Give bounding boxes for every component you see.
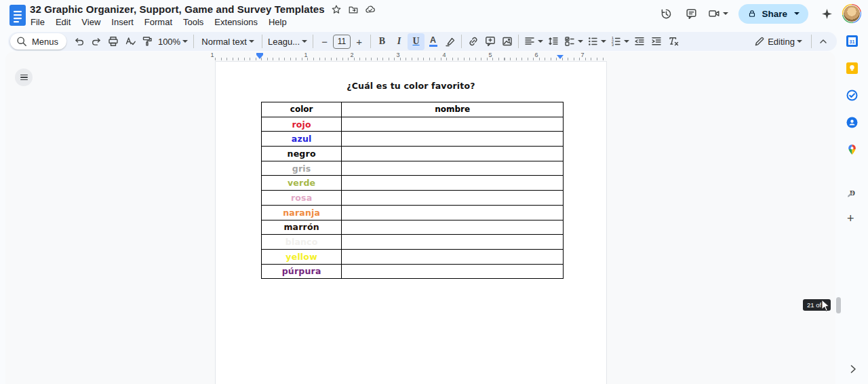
avatar-photo bbox=[843, 5, 861, 22]
increase-indent-button[interactable] bbox=[648, 33, 665, 50]
nombre-empty-cell[interactable] bbox=[342, 220, 564, 235]
menus-search-button[interactable]: Menus bbox=[10, 33, 66, 50]
text-color-button[interactable]: A bbox=[425, 33, 441, 50]
nombre-empty-cell[interactable] bbox=[342, 205, 564, 220]
keep-icon[interactable] bbox=[846, 62, 858, 74]
add-comment-button[interactable] bbox=[481, 33, 498, 50]
doc-heading[interactable]: ¿Cuál es tu color favorito? bbox=[216, 81, 606, 91]
font-size-input[interactable]: 11 bbox=[333, 35, 351, 49]
document-page[interactable]: ¿Cuál es tu color favorito? color nombre… bbox=[215, 61, 607, 384]
comments-icon[interactable] bbox=[682, 4, 701, 23]
italic-button[interactable]: I bbox=[391, 33, 408, 50]
color-name-cell[interactable]: rojo bbox=[262, 117, 342, 132]
chevron-right-icon[interactable] bbox=[848, 364, 858, 375]
left-indent-marker[interactable] bbox=[256, 55, 263, 59]
decrease-font-size-button[interactable]: − bbox=[316, 33, 333, 50]
header-cell-nombre[interactable]: nombre bbox=[342, 102, 564, 117]
document-outline-button[interactable] bbox=[15, 69, 33, 86]
menu-item[interactable]: Extensions bbox=[209, 16, 263, 28]
docs-logo-icon[interactable] bbox=[9, 4, 26, 26]
color-name-cell[interactable]: gris bbox=[262, 161, 342, 176]
menu-item[interactable]: Format bbox=[139, 16, 178, 28]
addon-icon[interactable]: D bbox=[846, 187, 858, 198]
menu-item[interactable]: File bbox=[25, 16, 50, 28]
chevron-down-icon bbox=[302, 40, 307, 43]
version-history-icon[interactable] bbox=[656, 4, 675, 23]
insert-link-button[interactable] bbox=[465, 33, 481, 50]
nombre-empty-cell[interactable] bbox=[342, 176, 564, 191]
font-family-select[interactable]: Leagu... bbox=[265, 33, 310, 50]
move-folder-icon[interactable] bbox=[348, 4, 359, 15]
paint-format-button[interactable] bbox=[138, 33, 155, 50]
print-button[interactable] bbox=[104, 33, 121, 50]
meet-video-button[interactable] bbox=[707, 7, 730, 20]
calendar-icon[interactable]: 31 bbox=[846, 35, 858, 47]
cloud-status-icon[interactable] bbox=[365, 4, 376, 15]
document-canvas: 11234567 ¿Cuál es tu color favorito? col… bbox=[5, 52, 835, 384]
bulleted-list-button[interactable] bbox=[585, 33, 608, 50]
decrease-indent-button[interactable] bbox=[631, 33, 648, 50]
paragraph-style-select[interactable]: Normal text bbox=[197, 33, 259, 50]
redo-button[interactable] bbox=[87, 33, 104, 50]
menu-item[interactable]: Tools bbox=[178, 16, 209, 28]
nombre-empty-cell[interactable] bbox=[342, 132, 564, 147]
color-name-cell[interactable]: naranja bbox=[262, 205, 342, 220]
share-label: Share bbox=[762, 9, 787, 19]
ruler[interactable]: 11234567 bbox=[5, 52, 835, 61]
nombre-empty-cell[interactable] bbox=[342, 161, 564, 176]
nombre-empty-cell[interactable] bbox=[342, 117, 564, 132]
insert-image-button[interactable] bbox=[498, 33, 515, 50]
color-name-cell[interactable]: yellow bbox=[262, 249, 342, 264]
nombre-empty-cell[interactable] bbox=[342, 235, 564, 250]
nombre-empty-cell[interactable] bbox=[342, 191, 564, 206]
bold-button[interactable]: B bbox=[374, 33, 391, 50]
gemini-sparkle-icon[interactable] bbox=[817, 4, 836, 23]
color-name-cell[interactable]: negro bbox=[262, 147, 342, 161]
share-button[interactable]: Share bbox=[738, 4, 808, 24]
right-indent-marker[interactable] bbox=[557, 55, 564, 59]
menu-item[interactable]: Edit bbox=[50, 16, 76, 28]
zoom-select[interactable]: 100% bbox=[155, 33, 191, 50]
account-avatar[interactable] bbox=[842, 4, 861, 23]
toolbar: Menus 100% Normal text Leagu... − 11 + B… bbox=[8, 32, 837, 51]
increase-font-size-button[interactable]: + bbox=[351, 33, 368, 50]
nombre-empty-cell[interactable] bbox=[342, 147, 564, 161]
color-table[interactable]: color nombre rojo azul negro gris bbox=[261, 102, 564, 279]
nombre-empty-cell[interactable] bbox=[342, 249, 564, 264]
star-icon[interactable] bbox=[331, 4, 342, 15]
checklist-button[interactable] bbox=[561, 33, 585, 50]
table-row: púrpura bbox=[262, 264, 564, 279]
spelling-check-button[interactable] bbox=[121, 33, 138, 50]
underline-button[interactable]: U bbox=[408, 33, 425, 50]
table-row: azul bbox=[262, 132, 564, 147]
color-name-cell[interactable]: blanco bbox=[262, 235, 342, 250]
menu-item[interactable]: Help bbox=[263, 16, 292, 28]
get-addons-icon[interactable]: + bbox=[847, 213, 854, 224]
toolbar-divider bbox=[370, 35, 371, 48]
numbered-list-button[interactable]: 123 bbox=[608, 33, 631, 50]
color-name-cell[interactable]: púrpura bbox=[262, 264, 342, 279]
menu-item[interactable]: View bbox=[76, 16, 106, 28]
undo-button[interactable] bbox=[71, 33, 87, 50]
contacts-icon[interactable] bbox=[846, 117, 858, 128]
clear-formatting-button[interactable] bbox=[665, 33, 682, 50]
highlight-color-button[interactable] bbox=[441, 33, 458, 50]
editing-mode-select[interactable]: Editing bbox=[747, 33, 808, 50]
align-button[interactable] bbox=[521, 33, 545, 50]
menu-item[interactable]: Insert bbox=[106, 16, 139, 28]
color-name-cell[interactable]: rosa bbox=[262, 191, 342, 206]
color-name-cell[interactable]: marrón bbox=[262, 220, 342, 235]
share-menu-caret[interactable] bbox=[794, 12, 800, 15]
header-cell-color[interactable]: color bbox=[262, 102, 342, 117]
color-name-cell[interactable]: azul bbox=[262, 132, 342, 147]
tasks-icon[interactable] bbox=[846, 90, 858, 101]
line-spacing-button[interactable] bbox=[545, 33, 561, 50]
table-header-row: color nombre bbox=[262, 102, 564, 117]
maps-icon[interactable] bbox=[846, 144, 858, 155]
nombre-empty-cell[interactable] bbox=[342, 264, 564, 279]
hide-menus-button[interactable] bbox=[814, 33, 831, 50]
chevron-down-icon bbox=[578, 40, 583, 43]
color-name-cell[interactable]: verde bbox=[262, 176, 342, 191]
scrollbar-thumb[interactable] bbox=[836, 297, 841, 313]
document-title[interactable]: 32 Graphic Organizer, Support, Game and … bbox=[30, 3, 325, 15]
